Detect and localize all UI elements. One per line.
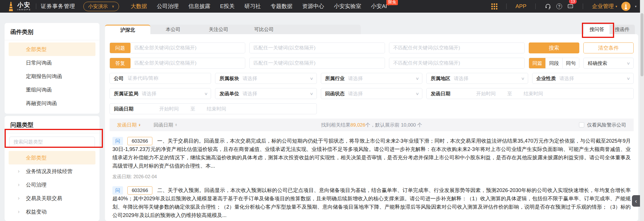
scope-same-sentence[interactable]: 同句 — [562, 58, 579, 68]
csrc-bureau-select[interactable]: 所属证监局 请选择 ∨ — [110, 88, 211, 99]
headset-support-icon[interactable] — [545, 3, 551, 10]
question-match-all-input[interactable] — [131, 45, 245, 51]
nav-item-study[interactable]: 研习社 — [244, 3, 261, 10]
letter-category-restructure[interactable]: 重组问询函 — [9, 83, 95, 96]
reply-match-any-field[interactable] — [249, 58, 385, 69]
results-count: 89,026 — [350, 122, 365, 128]
reply-match-none-input[interactable] — [389, 60, 524, 66]
industry-select[interactable]: 所属行业 请选择 ∨ — [321, 73, 422, 84]
nav-item-einvestor[interactable]: E投关 — [220, 3, 235, 10]
nav-item-disclosure[interactable]: 信息披露 — [188, 3, 210, 10]
messages-icon[interactable]: 13 — [567, 3, 574, 10]
reply-date-range-field[interactable]: 回函日期 开始时间 至 结束时间 — [110, 103, 317, 114]
letter-category-refinance[interactable]: 再融资问询函 — [9, 96, 95, 110]
user-menu-chevron-icon[interactable]: ▾ — [635, 5, 637, 8]
tab-comparable-companies[interactable]: 可比公司 — [241, 25, 287, 34]
org-management-menu[interactable]: 企业管理 ▾ — [592, 3, 617, 10]
brand-text: 小安 INHOPE — [17, 2, 31, 11]
results-summary-suffix: 个，默认展示前 10,000 个 — [365, 122, 422, 128]
nav-item-governance[interactable]: 公司治理 — [157, 3, 179, 10]
question-type-equity[interactable]: › 权益变动 — [9, 205, 95, 218]
question-type-label: 权益变动 — [26, 208, 47, 215]
question-type-panel: 问题类型 全部类型 › 业务情况及持续经营 › 公司治理 › 交易及关联交易 ›… — [5, 116, 99, 221]
send-date-end-placeholder[interactable]: 结束时间 — [524, 90, 543, 97]
reply-match-all-input[interactable] — [131, 60, 245, 66]
sort-by-send-date[interactable]: 发函日期 ▲▼ — [117, 122, 141, 128]
risk-warning-checkbox[interactable] — [579, 122, 584, 127]
tab-hushenbei[interactable]: 沪深北 — [105, 25, 150, 34]
question-type-search-input[interactable] — [9, 137, 95, 148]
reply-date-start-placeholder[interactable]: 开始时间 — [159, 106, 179, 112]
precision-select[interactable]: 精确搜索 ∨ — [583, 58, 634, 69]
letter-category-periodic[interactable]: 定期报告问询函 — [9, 69, 95, 83]
scope-same-paragraph[interactable]: 同段 — [545, 58, 562, 68]
question-match-none-input[interactable] — [389, 45, 524, 51]
tab-own-company[interactable]: 本公司 — [150, 25, 196, 34]
question-type-tag[interactable]: 问 — [112, 186, 123, 195]
clear-conditions-button[interactable]: 清空条件 — [583, 42, 634, 53]
letter-category-all[interactable]: 全部类型 — [9, 42, 95, 56]
chevron-down-icon: ∨ — [627, 61, 630, 65]
question-mark-glyph: ? — [556, 3, 562, 9]
stock-code-tag[interactable]: 603266 — [127, 186, 152, 195]
chevron-right-icon: › — [18, 168, 23, 174]
sort-by-reply-date[interactable]: 回函日期 ▲▼ — [154, 122, 177, 128]
reply-match-none-field[interactable] — [389, 58, 525, 69]
question-type-disclosure[interactable]: › 信息披露 — [9, 218, 95, 221]
tab-watched-companies[interactable]: 关注公司 — [196, 25, 241, 34]
question-match-all-field[interactable]: 问题 — [110, 42, 245, 53]
reply-match-all-field[interactable]: 答复 — [110, 58, 245, 69]
send-date-start-placeholder[interactable]: 开始时间 — [476, 90, 496, 97]
product-title: 证券事务管理 — [41, 3, 75, 10]
risk-warning-filter[interactable]: 仅看风险警示公司 — [579, 122, 626, 128]
nav-item-resources[interactable]: 资源中心 — [302, 3, 324, 10]
send-date-range-field[interactable]: 发函日期 开始时间 至 结束时间 — [426, 88, 634, 99]
demo-account-dropdown[interactable]: 小安演示 ∨ — [83, 2, 119, 11]
company-input[interactable] — [124, 75, 211, 81]
stock-code-tag[interactable]: 603266 — [127, 137, 152, 145]
enterprise-nature-label: 企业性质 — [536, 75, 556, 82]
brand-logo[interactable]: 小安 INHOPE — [7, 1, 31, 11]
apps-grid-icon[interactable] — [491, 3, 497, 9]
question-type-transactions[interactable]: › 交易及关联交易 — [9, 191, 95, 205]
region-select[interactable]: 所属地区 请选择 ∨ — [426, 73, 528, 84]
question-type-business[interactable]: › 业务情况及持续经营 — [9, 164, 95, 178]
mode-search-qa[interactable]: 搜问答 — [584, 25, 610, 34]
mode-search-letters[interactable]: 搜函件 — [610, 25, 635, 34]
result-question-text[interactable]: 一、关于交易目的。回函显示，本次交易完成后，标的公司短期内仍处于亏损状态，将导致… — [112, 138, 631, 169]
nav-item-ai-label: 小安AI — [371, 3, 387, 9]
reply-match-any-input[interactable] — [250, 60, 385, 66]
user-avatar[interactable] — [621, 2, 630, 11]
enterprise-nature-select[interactable]: 企业性质 请选择 ∨ — [532, 73, 634, 84]
letter-category-daily[interactable]: 日常问询函 — [9, 56, 95, 69]
question-match-none-field[interactable] — [389, 42, 525, 53]
reply-status-label: 回函状态 — [325, 90, 345, 97]
nav-item-ai[interactable]: 小安AI 限免 — [371, 3, 387, 10]
brand-subname: INHOPE — [17, 9, 31, 11]
nav-item-topicdata[interactable]: 专题数据 — [271, 3, 292, 10]
question-match-any-input[interactable] — [250, 45, 385, 51]
help-icon[interactable]: ? — [556, 3, 563, 10]
app-download-link[interactable]: APP — [515, 3, 526, 9]
scrollbar-thumb[interactable] — [641, 13, 643, 76]
question-tag: 问题 — [110, 43, 131, 53]
sort-send-date-label: 发函日期 — [117, 122, 137, 128]
result-date-label: 发函日期: — [112, 174, 132, 179]
board-select[interactable]: 所属板块 请选择 ∨ — [215, 73, 317, 84]
question-match-any-field[interactable] — [249, 42, 385, 53]
search-button[interactable]: 搜索 — [529, 42, 579, 53]
reply-status-select[interactable]: 回函状态 请选择 ∨ — [321, 88, 422, 99]
result-question-text[interactable]: 二、关于收入预测。回函显示，本次收入预测以标的公司已定点项目、意向储备项目为基础… — [112, 187, 631, 218]
question-type-governance[interactable]: › 公司治理 — [9, 178, 95, 191]
sender-unit-select[interactable]: 发函单位 请选择 ∨ — [215, 88, 317, 99]
nav-item-lab[interactable]: 小安实验室 — [334, 3, 361, 10]
results-summary-prefix: 找到相关结果 — [321, 122, 350, 128]
page-scrollbar[interactable] — [640, 0, 644, 221]
nav-item-bigdata[interactable]: 大数据 — [131, 3, 147, 10]
question-type-all[interactable]: 全部类型 — [9, 151, 95, 164]
scope-same-article[interactable]: 同篇 — [529, 58, 545, 68]
company-field[interactable]: 公司 — [110, 73, 211, 84]
reply-date-end-placeholder[interactable]: 结束时间 — [207, 106, 226, 112]
collapse-panel-button[interactable]: ‹ — [632, 195, 640, 207]
question-type-tag[interactable]: 问 — [112, 137, 123, 145]
